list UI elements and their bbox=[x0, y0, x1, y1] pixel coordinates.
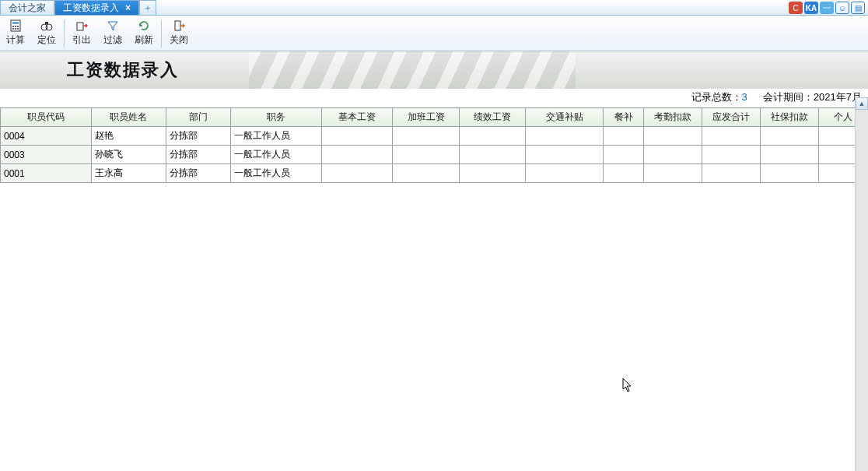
accounting-period: 会计期间：2021年7月 bbox=[763, 90, 862, 104]
table-cell[interactable] bbox=[459, 164, 525, 183]
header-row: 职员代码 职员姓名 部门 职务 基本工资 加班工资 绩效工资 交通补贴 餐补 考… bbox=[1, 108, 868, 127]
close-icon[interactable]: × bbox=[125, 2, 131, 13]
col-header[interactable]: 职务 bbox=[230, 108, 321, 127]
toolbar-separator bbox=[64, 19, 65, 47]
refresh-icon bbox=[138, 19, 150, 32]
close-button[interactable]: 关闭 bbox=[163, 16, 194, 51]
data-grid[interactable]: 职员代码 职员姓名 部门 职务 基本工资 加班工资 绩效工资 交通补贴 餐补 考… bbox=[0, 107, 868, 183]
svg-rect-10 bbox=[45, 22, 48, 24]
table-cell[interactable]: 一般工作人员 bbox=[230, 127, 321, 146]
export-icon bbox=[75, 19, 88, 32]
table-cell[interactable] bbox=[604, 164, 644, 183]
table-cell[interactable]: 赵艳 bbox=[91, 127, 166, 146]
table-cell[interactable] bbox=[702, 164, 761, 183]
system-tray: C KA 〰 ☺ ▤ bbox=[789, 0, 865, 16]
svg-point-6 bbox=[15, 28, 16, 30]
table-cell[interactable] bbox=[526, 127, 604, 146]
col-header[interactable]: 应发合计 bbox=[702, 108, 761, 127]
table-cell[interactable]: 0001 bbox=[1, 164, 92, 183]
col-header[interactable]: 职员姓名 bbox=[91, 108, 166, 127]
door-exit-icon bbox=[173, 19, 185, 32]
col-header[interactable]: 基本工资 bbox=[321, 108, 393, 127]
refresh-button[interactable]: 刷新 bbox=[128, 16, 159, 51]
export-label: 引出 bbox=[72, 33, 91, 47]
svg-rect-11 bbox=[77, 23, 83, 30]
binoculars-icon bbox=[40, 19, 53, 32]
svg-point-3 bbox=[15, 26, 16, 27]
table-cell[interactable]: 分拣部 bbox=[166, 164, 230, 183]
table-cell[interactable]: 0003 bbox=[1, 146, 92, 164]
filter-label: 过滤 bbox=[103, 33, 122, 47]
table-cell[interactable] bbox=[644, 127, 702, 146]
table-cell[interactable]: 王永高 bbox=[91, 164, 166, 183]
vertical-scrollbar[interactable]: ▲ bbox=[855, 97, 868, 471]
table-cell[interactable] bbox=[761, 164, 819, 183]
tab-home-label: 会计之家 bbox=[9, 2, 46, 15]
col-header[interactable]: 加班工资 bbox=[393, 108, 459, 127]
table-cell[interactable] bbox=[604, 146, 644, 164]
filter-icon bbox=[107, 19, 119, 32]
col-header[interactable]: 部门 bbox=[166, 108, 230, 127]
table-cell[interactable] bbox=[459, 127, 525, 146]
table-row[interactable]: 0004赵艳分拣部一般工作人员 bbox=[1, 127, 868, 146]
tray-icon-1[interactable]: C bbox=[789, 2, 803, 14]
table-cell[interactable] bbox=[393, 146, 459, 164]
table-cell[interactable]: 孙晓飞 bbox=[91, 146, 166, 164]
data-grid-wrap: 职员代码 职员姓名 部门 职务 基本工资 加班工资 绩效工资 交通补贴 餐补 考… bbox=[0, 107, 868, 183]
calculator-icon bbox=[9, 19, 22, 32]
calc-button[interactable]: 计算 bbox=[0, 16, 31, 51]
table-cell[interactable]: 一般工作人员 bbox=[230, 146, 321, 164]
table-cell[interactable] bbox=[761, 127, 819, 146]
tab-add-button[interactable]: ＋ bbox=[139, 0, 156, 15]
tab-home[interactable]: 会计之家 bbox=[0, 0, 54, 15]
table-cell[interactable]: 分拣部 bbox=[166, 127, 230, 146]
table-cell[interactable] bbox=[761, 146, 819, 164]
table-cell[interactable] bbox=[702, 146, 761, 164]
calc-label: 计算 bbox=[6, 33, 25, 47]
col-header[interactable]: 餐补 bbox=[604, 108, 644, 127]
info-line: 记录总数：3 会计期间：2021年7月 bbox=[0, 89, 868, 107]
table-cell[interactable] bbox=[604, 127, 644, 146]
svg-point-5 bbox=[12, 28, 14, 30]
table-row[interactable]: 0003孙晓飞分拣部一般工作人员 bbox=[1, 146, 868, 164]
table-cell[interactable] bbox=[321, 127, 393, 146]
svg-point-2 bbox=[12, 26, 14, 27]
table-cell[interactable] bbox=[644, 146, 702, 164]
col-header[interactable]: 交通补贴 bbox=[526, 108, 604, 127]
table-cell[interactable] bbox=[321, 164, 393, 183]
tab-salary-entry[interactable]: 工资数据录入 × bbox=[54, 0, 139, 15]
toolbar: 计算 定位 引出 过滤 刷新 关闭 bbox=[0, 16, 868, 51]
table-cell[interactable] bbox=[393, 127, 459, 146]
table-cell[interactable]: 0004 bbox=[1, 127, 92, 146]
col-header[interactable]: 职员代码 bbox=[1, 108, 92, 127]
header-band: 工资数据录入 bbox=[0, 51, 868, 89]
export-button[interactable]: 引出 bbox=[66, 16, 97, 51]
record-count: 记录总数：3 bbox=[691, 90, 747, 104]
table-cell[interactable] bbox=[702, 127, 761, 146]
table-cell[interactable] bbox=[526, 164, 604, 183]
col-header[interactable]: 考勤扣款 bbox=[644, 108, 702, 127]
table-cell[interactable] bbox=[321, 146, 393, 164]
scroll-up-button[interactable]: ▲ bbox=[856, 97, 868, 110]
col-header[interactable]: 绩效工资 bbox=[459, 108, 525, 127]
table-cell[interactable] bbox=[526, 146, 604, 164]
tray-icon-4[interactable]: ☺ bbox=[835, 2, 849, 14]
table-row[interactable]: 0001王永高分拣部一般工作人员 bbox=[1, 164, 868, 183]
svg-point-7 bbox=[17, 28, 19, 30]
tray-icon-5[interactable]: ▤ bbox=[851, 2, 865, 14]
table-cell[interactable] bbox=[644, 164, 702, 183]
tab-salary-entry-label: 工资数据录入 bbox=[63, 2, 119, 15]
table-cell[interactable]: 分拣部 bbox=[166, 146, 230, 164]
toolbar-separator bbox=[161, 19, 162, 47]
table-cell[interactable] bbox=[459, 146, 525, 164]
svg-point-9 bbox=[46, 24, 52, 30]
locate-button[interactable]: 定位 bbox=[31, 16, 62, 51]
tray-icon-3[interactable]: 〰 bbox=[820, 2, 834, 14]
tray-icon-2[interactable]: KA bbox=[804, 2, 818, 14]
svg-rect-1 bbox=[12, 22, 19, 24]
close-label: 关闭 bbox=[170, 33, 188, 47]
table-cell[interactable] bbox=[393, 164, 459, 183]
filter-button[interactable]: 过滤 bbox=[97, 16, 128, 51]
table-cell[interactable]: 一般工作人员 bbox=[230, 164, 321, 183]
col-header[interactable]: 社保扣款 bbox=[761, 108, 819, 127]
